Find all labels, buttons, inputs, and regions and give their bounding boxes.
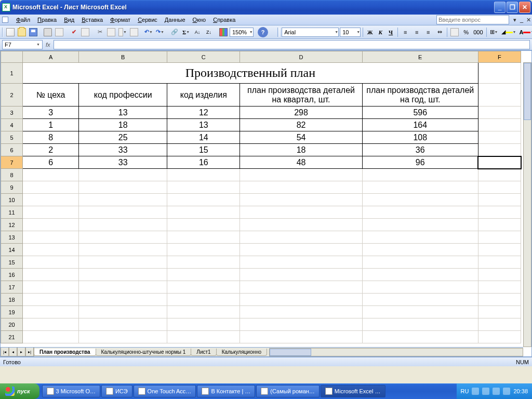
- merge-center-button[interactable]: ⇔: [434, 27, 445, 37]
- cell-D6[interactable]: 18: [240, 144, 362, 156]
- cell-D17[interactable]: [240, 281, 362, 294]
- cell-A12[interactable]: [23, 219, 79, 231]
- help-button[interactable]: ?: [258, 27, 268, 37]
- cell-A7[interactable]: 6: [23, 156, 79, 169]
- column-header-F[interactable]: F: [478, 51, 521, 63]
- row-header-11[interactable]: 11: [1, 206, 23, 219]
- cell-A10[interactable]: [23, 194, 79, 206]
- cell-E19[interactable]: [362, 306, 478, 318]
- chart-button[interactable]: [218, 27, 229, 37]
- cell-D3[interactable]: 298: [240, 107, 362, 119]
- menu-окно[interactable]: Окно: [189, 16, 210, 24]
- row-header-13[interactable]: 13: [1, 231, 23, 244]
- cell-C7[interactable]: 16: [167, 156, 240, 169]
- row-header-16[interactable]: 16: [1, 269, 23, 281]
- cell-A11[interactable]: [23, 206, 79, 219]
- column-header-B[interactable]: B: [79, 51, 167, 63]
- cell-D20[interactable]: [240, 318, 362, 331]
- borders-button[interactable]: ⊞▼: [489, 27, 499, 37]
- cell-D12[interactable]: [240, 219, 362, 231]
- comma-button[interactable]: 000: [472, 27, 484, 37]
- horizontal-scrollbar[interactable]: [269, 348, 523, 356]
- cell-D13[interactable]: [240, 231, 362, 244]
- taskbar-button[interactable]: 3 Microsoft O…: [42, 385, 100, 397]
- taskbar-button[interactable]: В Контакте | …: [197, 385, 255, 397]
- cell-E14[interactable]: [362, 244, 478, 256]
- cell-C10[interactable]: [167, 194, 240, 206]
- menu-сервис[interactable]: Сервис: [134, 16, 161, 24]
- hyperlink-button[interactable]: 🔗: [169, 27, 180, 37]
- cell-A21[interactable]: [23, 331, 79, 343]
- row-header-15[interactable]: 15: [1, 256, 23, 269]
- percent-button[interactable]: %: [461, 27, 471, 37]
- menubar-dropdown-icon[interactable]: ▾: [511, 17, 518, 23]
- align-left-button[interactable]: ≡: [400, 27, 410, 37]
- maximize-button[interactable]: ❐: [507, 2, 518, 13]
- toolbar-grip[interactable]: [2, 28, 3, 37]
- cell-D21[interactable]: [240, 331, 362, 343]
- tray-icon[interactable]: [472, 388, 479, 395]
- taskbar-button[interactable]: One Touch Acc…: [134, 385, 196, 397]
- cell-A9[interactable]: [23, 181, 79, 194]
- cell-F2[interactable]: [478, 84, 521, 107]
- menu-данные[interactable]: Данные: [161, 16, 189, 24]
- cell-A2[interactable]: № цеха: [23, 84, 79, 107]
- cell-A17[interactable]: [23, 281, 79, 294]
- column-header-C[interactable]: C: [167, 51, 240, 63]
- format-painter-button[interactable]: [129, 27, 139, 37]
- cell-D16[interactable]: [240, 269, 362, 281]
- cell-E2[interactable]: план производства деталей на год, шт.: [362, 84, 478, 107]
- cell-E20[interactable]: [362, 318, 478, 331]
- cell-B5[interactable]: 25: [79, 131, 167, 144]
- cell-C8[interactable]: [167, 169, 240, 181]
- tab-nav-last[interactable]: ▸|: [25, 348, 34, 356]
- tray-icon[interactable]: [493, 388, 500, 395]
- sheet-tab[interactable]: Калькуляционно: [216, 349, 267, 356]
- cell-F11[interactable]: [478, 206, 521, 219]
- menu-правка[interactable]: Правка: [34, 16, 60, 24]
- print-preview-button[interactable]: [54, 27, 64, 37]
- cell-B14[interactable]: [79, 244, 167, 256]
- row-header-14[interactable]: 14: [1, 244, 23, 256]
- cell-B10[interactable]: [79, 194, 167, 206]
- row-header-9[interactable]: 9: [1, 181, 23, 194]
- formula-input[interactable]: [54, 40, 530, 49]
- row-header-12[interactable]: 12: [1, 219, 23, 231]
- doc-minimize-button[interactable]: _: [520, 17, 523, 23]
- help-search-input[interactable]: [436, 15, 509, 24]
- cell-D11[interactable]: [240, 206, 362, 219]
- cell-C2[interactable]: код изделия: [167, 84, 240, 107]
- row-header-8[interactable]: 8: [1, 169, 23, 181]
- row-header-18[interactable]: 18: [1, 294, 23, 306]
- new-button[interactable]: [5, 27, 16, 37]
- row-header-1[interactable]: 1: [1, 63, 23, 84]
- cell-A14[interactable]: [23, 244, 79, 256]
- spell-button[interactable]: ✔: [69, 27, 79, 37]
- cell-F9[interactable]: [478, 181, 521, 194]
- workbook-icon[interactable]: [2, 17, 8, 23]
- cell-E11[interactable]: [362, 206, 478, 219]
- undo-button[interactable]: ↶▼: [143, 27, 154, 37]
- column-header-E[interactable]: E: [362, 51, 478, 63]
- taskbar-button[interactable]: (Самый роман…: [256, 385, 320, 397]
- cell-C9[interactable]: [167, 181, 240, 194]
- font-color-button[interactable]: A▼: [518, 27, 533, 37]
- cell-E17[interactable]: [362, 281, 478, 294]
- cell-D7[interactable]: 48: [240, 156, 362, 169]
- sort-desc-button[interactable]: Z↓: [204, 27, 214, 37]
- cell-D4[interactable]: 82: [240, 119, 362, 131]
- name-box[interactable]: F7 ▼: [2, 40, 43, 49]
- cell-B17[interactable]: [79, 281, 167, 294]
- sheet-tab[interactable]: Калькуляционно-штучные нормы 1: [96, 349, 192, 356]
- row-header-21[interactable]: 21: [1, 331, 23, 343]
- cell-F20[interactable]: [478, 318, 521, 331]
- cell-B9[interactable]: [79, 181, 167, 194]
- cell-B6[interactable]: 33: [79, 144, 167, 156]
- cell-A15[interactable]: [23, 256, 79, 269]
- cell-F1[interactable]: [478, 63, 521, 84]
- tab-nav-first[interactable]: |◂: [1, 348, 9, 356]
- row-header-17[interactable]: 17: [1, 281, 23, 294]
- row-header-2[interactable]: 2: [1, 84, 23, 107]
- cell-F17[interactable]: [478, 281, 521, 294]
- tab-nav-next[interactable]: ▸: [17, 348, 25, 356]
